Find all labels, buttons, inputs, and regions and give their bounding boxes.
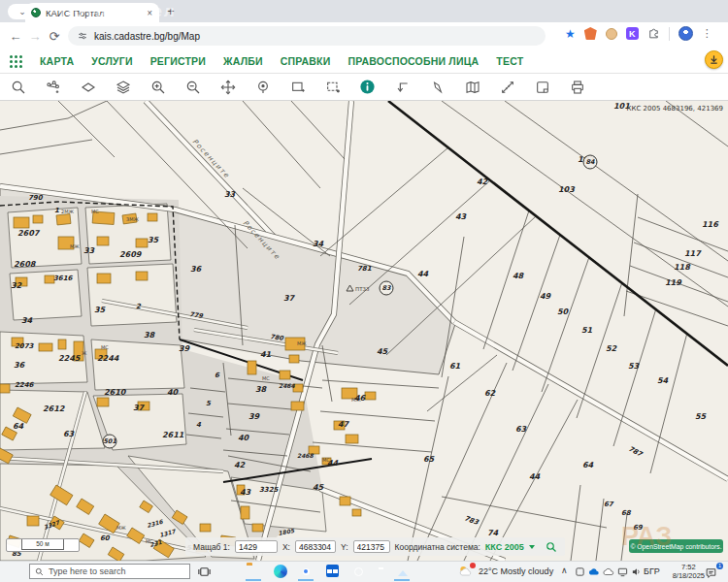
previous-extent-tool-icon[interactable] — [394, 79, 411, 95]
speaker-icon[interactable] — [631, 566, 642, 577]
fox-extension-icon[interactable] — [584, 27, 597, 40]
parcel-number-label: 103 — [558, 185, 576, 194]
parcel-number-label: 39 — [248, 412, 261, 421]
tray-chevron-icon[interactable]: ∧ — [561, 566, 568, 575]
menu-uslugi[interactable]: УСЛУГИ — [91, 55, 132, 67]
tray-app-icon[interactable] — [575, 566, 585, 577]
building — [56, 214, 71, 225]
parcel-number-label: 49 — [540, 292, 552, 301]
browser-extensions: ★ K ⋮ — [565, 26, 712, 41]
parcel-number-label: 68 — [621, 509, 632, 517]
new-tab-button[interactable]: + — [167, 5, 175, 17]
forward-icon[interactable]: → — [25, 29, 45, 44]
building — [252, 524, 263, 532]
onedrive-icon[interactable] — [588, 567, 600, 576]
parcel-number-label: 35 — [94, 306, 107, 314]
zoom-in-tool-icon[interactable] — [149, 79, 166, 95]
parcel-number-label: 74 — [487, 529, 499, 537]
weather-icon[interactable] — [458, 565, 474, 579]
address-bar[interactable]: kais.cadastre.bg/bg/Map — [68, 26, 546, 46]
parcel-number-label: 40 — [238, 434, 250, 442]
weather-text[interactable]: 22°C Mostly cloudy — [479, 566, 553, 576]
action-center-icon[interactable]: 1 — [705, 566, 719, 580]
scale-label: Мащаб 1: — [193, 542, 230, 552]
osm-attribution-badge[interactable]: © OpenStreetMap contributors. — [629, 539, 723, 553]
building — [0, 384, 10, 393]
network-icon[interactable] — [617, 566, 628, 577]
task-view-icon[interactable] — [197, 565, 212, 579]
x-coordinate-input[interactable] — [295, 540, 336, 553]
zoom-out-tool-icon[interactable] — [184, 79, 201, 95]
profile-avatar[interactable] — [678, 26, 693, 41]
print-tool-icon[interactable] — [569, 79, 585, 95]
layers-tool-icon[interactable] — [115, 79, 131, 95]
scalebar-label: 50 м — [21, 539, 64, 550]
back-icon[interactable]: ← — [6, 29, 25, 44]
browser-tab[interactable]: КАИС Портал × — [25, 3, 159, 22]
tab-close-icon[interactable]: × — [146, 8, 153, 18]
edge-browser-icon[interactable] — [274, 565, 287, 578]
browser-menu-icon[interactable]: ⋮ — [702, 27, 712, 40]
building — [289, 355, 299, 363]
y-coordinate-input[interactable] — [353, 540, 390, 553]
note-tool-icon[interactable] — [534, 79, 550, 95]
pan-tool-icon[interactable] — [219, 79, 236, 95]
download-circle-button[interactable] — [705, 50, 723, 69]
search-tool-icon[interactable] — [10, 79, 26, 95]
menu-pravosposobni-litsa[interactable]: ПРАВОСПОСОБНИ ЛИЦА — [347, 55, 479, 67]
parcel-number-label: 43 — [455, 212, 468, 221]
taskbar-search-box[interactable]: Type here to search — [29, 564, 190, 579]
extensions-puzzle-icon[interactable] — [647, 27, 660, 40]
taskbar-search-placeholder: Type here to search — [49, 566, 126, 576]
building — [27, 516, 39, 526]
parcel-number-label: 48 — [513, 272, 525, 280]
parcel-number-label: 41 — [260, 350, 272, 359]
clock-date: 8/18/2025 — [673, 571, 705, 580]
site-info-icon[interactable] — [78, 31, 87, 41]
reload-icon[interactable]: ⟳ — [45, 29, 64, 44]
site-favicon-icon — [31, 8, 41, 17]
measure-tool-icon[interactable] — [499, 79, 515, 95]
building — [280, 371, 290, 379]
identify-pointer-tool-icon[interactable] — [429, 79, 446, 95]
map-viewport[interactable]: 2МЖМСЗМЖМЖМСЖМЖМСМЖМСМЖМС 79012607260832… — [0, 101, 728, 561]
menu-spravki[interactable]: СПРАВКИ — [281, 55, 331, 67]
k-extension-icon[interactable]: K — [626, 27, 639, 40]
cloud-icon[interactable] — [603, 567, 614, 576]
apps-grid-icon[interactable] — [10, 55, 22, 68]
statusbar-search-icon[interactable] — [546, 541, 557, 553]
locate-tool-icon[interactable] — [254, 79, 271, 95]
parcel-number-label: 60 — [100, 534, 111, 542]
parcel-number-label: 69 — [633, 524, 644, 532]
clock[interactable]: 7:52 8/18/2025 — [673, 563, 705, 580]
parcel-number-label: 46 — [354, 394, 367, 403]
bookmark-star-icon[interactable]: ★ — [565, 27, 576, 41]
microsoft-store-icon[interactable] — [326, 565, 339, 577]
scale-input[interactable] — [235, 540, 278, 553]
menu-registri[interactable]: РЕГИСТРИ — [150, 55, 206, 67]
crs-dropdown-caret-icon[interactable] — [529, 545, 535, 549]
survey-point-label: ПТ33 — [355, 286, 370, 292]
screen: ⌄ КАИС Портал × + ← → ⟳ kais.cadastre.bg… — [0, 0, 728, 582]
select-rect-tool-icon[interactable] — [324, 79, 341, 95]
map-canvas[interactable]: 2МЖМСЗМЖМЖМСЖМЖМСМЖМСМЖМС 79012607260832… — [0, 101, 728, 561]
menu-test[interactable]: ТЕСТ — [496, 55, 523, 67]
parcel-number-label: 62 — [484, 389, 497, 398]
tan-extension-icon[interactable] — [606, 28, 617, 40]
layer-tool-icon[interactable] — [80, 79, 96, 95]
x-label: X: — [282, 542, 290, 552]
building — [365, 392, 376, 400]
active-underline-explorer — [246, 579, 261, 581]
parcel-number-label: 35 — [148, 236, 160, 244]
parcel-number-label: 2464 — [279, 382, 296, 389]
menu-karta[interactable]: КАРТА — [40, 55, 74, 67]
menu-zhalbi[interactable]: ЖАЛБИ — [223, 55, 263, 67]
language-indicator[interactable]: БГР — [644, 566, 660, 576]
crs-value[interactable]: ККС 2005 — [485, 542, 524, 552]
parcel-number-label: 42 — [234, 461, 247, 469]
select-network-tool-icon[interactable] — [45, 79, 61, 95]
active-underline-photos — [394, 579, 410, 581]
map-book-tool-icon[interactable] — [464, 79, 480, 95]
info-tool-icon[interactable] — [359, 79, 376, 95]
select-rect-add-tool-icon[interactable] — [289, 79, 306, 95]
